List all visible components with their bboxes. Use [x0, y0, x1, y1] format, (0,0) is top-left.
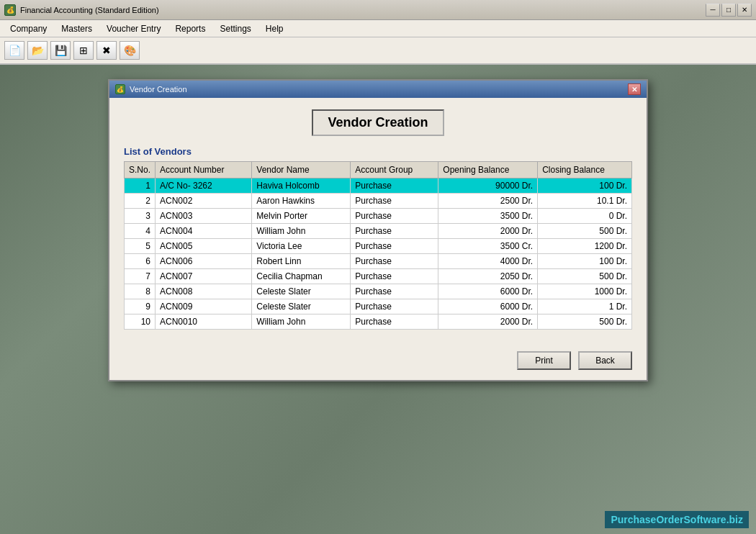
- cell-sno: 6: [125, 254, 156, 269]
- cell-vendor-name: William John: [252, 314, 351, 330]
- cell-opening-balance: 2000 Dr.: [438, 314, 538, 330]
- cell-vendor-name: Aaron Hawkins: [252, 194, 351, 209]
- cell-vendor-name: Melvin Porter: [252, 209, 351, 224]
- table-row[interactable]: 1A/C No- 3262Haviva HolcombPurchase90000…: [125, 178, 632, 194]
- cell-vendor-name: Victoria Lee: [252, 239, 351, 254]
- main-area: 💰 Vendor Creation ✕ Vendor Creation List…: [0, 65, 756, 534]
- col-account-number: Account Number: [156, 162, 252, 178]
- col-sno: S.No.: [125, 162, 156, 178]
- cell-account-group: Purchase: [351, 284, 438, 299]
- table-row[interactable]: 9ACN009Celeste SlaterPurchase6000 Dr.1 D…: [125, 299, 632, 314]
- dialog-app-icon: 💰: [115, 84, 125, 94]
- col-closing-balance: Closing Balance: [538, 162, 632, 178]
- title-controls: ─ □ ✕: [706, 4, 752, 17]
- col-vendor-name: Vendor Name: [252, 162, 351, 178]
- cell-closing-balance: 0 Dr.: [538, 209, 632, 224]
- cell-opening-balance: 3500 Dr.: [438, 209, 538, 224]
- cell-opening-balance: 4000 Dr.: [438, 254, 538, 269]
- table-row[interactable]: 10ACN0010William JohnPurchase2000 Dr.500…: [125, 314, 632, 330]
- cell-account-number: ACN004: [156, 224, 252, 239]
- dialog-close-button[interactable]: ✕: [628, 83, 641, 95]
- table-row[interactable]: 4ACN004William JohnPurchase2000 Dr.500 D…: [125, 224, 632, 239]
- table-row[interactable]: 6ACN006Robert LinnPurchase4000 Dr.100 Dr…: [125, 254, 632, 269]
- menu-help[interactable]: Help: [258, 22, 291, 36]
- cell-opening-balance: 6000 Dr.: [438, 284, 538, 299]
- cell-opening-balance: 2500 Dr.: [438, 194, 538, 209]
- cell-closing-balance: 10.1 Dr.: [538, 194, 632, 209]
- list-label: List of Vendors: [124, 146, 632, 157]
- cell-opening-balance: 2000 Dr.: [438, 224, 538, 239]
- cell-closing-balance: 1200 Dr.: [538, 239, 632, 254]
- cell-closing-balance: 500 Dr.: [538, 269, 632, 284]
- cell-vendor-name: Haviva Holcomb: [252, 178, 351, 194]
- minimize-button[interactable]: ─: [706, 4, 720, 17]
- cell-sno: 9: [125, 299, 156, 314]
- dialog-heading: Vendor Creation: [124, 109, 632, 136]
- dialog-content: Vendor Creation List of Vendors S.No. Ac…: [109, 98, 647, 344]
- cell-account-number: ACN003: [156, 209, 252, 224]
- cell-account-number: ACN006: [156, 254, 252, 269]
- toolbar-save-btn[interactable]: 💾: [50, 41, 71, 60]
- cell-sno: 8: [125, 284, 156, 299]
- menu-voucher-entry[interactable]: Voucher Entry: [99, 22, 168, 36]
- maximize-button[interactable]: □: [721, 4, 736, 17]
- menu-masters[interactable]: Masters: [54, 22, 99, 36]
- cell-vendor-name: Celeste Slater: [252, 299, 351, 314]
- cell-account-number: ACN0010: [156, 314, 252, 330]
- cell-vendor-name: William John: [252, 224, 351, 239]
- back-button[interactable]: Back: [578, 351, 632, 370]
- cell-opening-balance: 2050 Dr.: [438, 269, 538, 284]
- title-bar: 💰 Financial Accounting (Standard Edition…: [0, 0, 756, 20]
- cell-account-group: Purchase: [351, 254, 438, 269]
- cell-closing-balance: 100 Dr.: [538, 178, 632, 194]
- toolbar-delete-btn[interactable]: ✖: [96, 41, 117, 60]
- table-row[interactable]: 5ACN005Victoria LeePurchase3500 Cr.1200 …: [125, 239, 632, 254]
- print-button[interactable]: Print: [517, 351, 571, 370]
- cell-opening-balance: 6000 Dr.: [438, 299, 538, 314]
- cell-closing-balance: 500 Dr.: [538, 224, 632, 239]
- toolbar-color-btn[interactable]: 🎨: [120, 41, 140, 60]
- cell-opening-balance: 90000 Dr.: [438, 178, 538, 194]
- table-row[interactable]: 3ACN003Melvin PorterPurchase3500 Dr.0 Dr…: [125, 209, 632, 224]
- cell-vendor-name: Robert Linn: [252, 254, 351, 269]
- cell-account-group: Purchase: [351, 209, 438, 224]
- dialog-heading-text: Vendor Creation: [312, 109, 444, 136]
- cell-sno: 4: [125, 224, 156, 239]
- cell-sno: 10: [125, 314, 156, 330]
- cell-opening-balance: 3500 Cr.: [438, 239, 538, 254]
- toolbar-grid-btn[interactable]: ⊞: [73, 41, 94, 60]
- app-icon: 💰: [4, 4, 16, 16]
- cell-vendor-name: Celeste Slater: [252, 284, 351, 299]
- cell-account-group: Purchase: [351, 239, 438, 254]
- menu-bar: Company Masters Voucher Entry Reports Se…: [0, 20, 756, 37]
- toolbar-open-btn[interactable]: 📂: [27, 41, 48, 60]
- cell-sno: 1: [125, 178, 156, 194]
- cell-closing-balance: 1000 Dr.: [538, 284, 632, 299]
- vendor-creation-dialog: 💰 Vendor Creation ✕ Vendor Creation List…: [108, 79, 648, 381]
- cell-account-group: Purchase: [351, 314, 438, 330]
- menu-reports[interactable]: Reports: [168, 22, 212, 36]
- cell-sno: 3: [125, 209, 156, 224]
- col-account-group: Account Group: [351, 162, 438, 178]
- close-button[interactable]: ✕: [737, 4, 752, 17]
- col-opening-balance: Opening Balance: [438, 162, 538, 178]
- cell-closing-balance: 100 Dr.: [538, 254, 632, 269]
- table-row[interactable]: 2ACN002Aaron HawkinsPurchase2500 Dr.10.1…: [125, 194, 632, 209]
- menu-company[interactable]: Company: [3, 22, 54, 36]
- menu-settings[interactable]: Settings: [212, 22, 258, 36]
- cell-account-group: Purchase: [351, 194, 438, 209]
- cell-account-number: ACN009: [156, 299, 252, 314]
- toolbar-new-btn[interactable]: 📄: [4, 41, 24, 60]
- cell-sno: 2: [125, 194, 156, 209]
- cell-vendor-name: Cecilia Chapman: [252, 269, 351, 284]
- cell-account-group: Purchase: [351, 269, 438, 284]
- table-row[interactable]: 8ACN008Celeste SlaterPurchase6000 Dr.100…: [125, 284, 632, 299]
- cell-account-number: A/C No- 3262: [156, 178, 252, 194]
- dialog-title-bar: 💰 Vendor Creation ✕: [109, 81, 647, 98]
- cell-closing-balance: 500 Dr.: [538, 314, 632, 330]
- cell-account-group: Purchase: [351, 178, 438, 194]
- watermark: PurchaseOrderSoftware.biz: [605, 511, 749, 528]
- cell-sno: 7: [125, 269, 156, 284]
- table-row[interactable]: 7ACN007Cecilia ChapmanPurchase2050 Dr.50…: [125, 269, 632, 284]
- cell-account-number: ACN005: [156, 239, 252, 254]
